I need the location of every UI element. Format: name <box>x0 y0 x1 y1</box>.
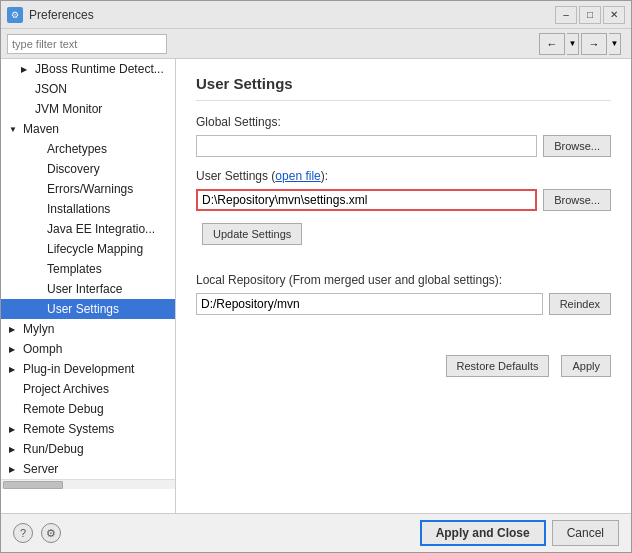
sidebar-item-label: Project Archives <box>23 382 109 396</box>
user-settings-label-text: User Settings ( <box>196 169 275 183</box>
sidebar-item-java-ee-integration[interactable]: Java EE Integratio... <box>1 219 175 239</box>
nav-back-button[interactable]: ← <box>539 33 565 55</box>
titlebar-buttons: – □ ✕ <box>555 6 625 24</box>
help-button[interactable]: ? <box>13 523 33 543</box>
sidebar-item-installations[interactable]: Installations <box>1 199 175 219</box>
chevron-icon: ▶ <box>9 325 19 334</box>
user-settings-label-end: ): <box>321 169 328 183</box>
sidebar-item-maven[interactable]: ▼ Maven <box>1 119 175 139</box>
user-settings-input[interactable] <box>196 189 537 211</box>
sidebar-item-label: Java EE Integratio... <box>47 222 155 236</box>
sidebar-item-label: JSON <box>35 82 67 96</box>
sidebar: ▶ JBoss Runtime Detect... JSON JVM Monit… <box>1 59 176 513</box>
local-repo-input[interactable] <box>196 293 543 315</box>
preferences-window: ⚙ Preferences – □ ✕ ← ▼ → ▼ ▶ JBoss Runt… <box>0 0 632 553</box>
sidebar-item-label: User Interface <box>47 282 122 296</box>
window-icon: ⚙ <box>7 7 23 23</box>
sidebar-item-jvm-monitor[interactable]: JVM Monitor <box>1 99 175 119</box>
scrollbar-thumb[interactable] <box>3 481 63 489</box>
nav-forward-button[interactable]: → <box>581 33 607 55</box>
sidebar-item-mylyn[interactable]: ▶ Mylyn <box>1 319 175 339</box>
content-title: User Settings <box>196 75 611 101</box>
sidebar-item-plugin-development[interactable]: ▶ Plug-in Development <box>1 359 175 379</box>
sidebar-item-server[interactable]: ▶ Server <box>1 459 175 479</box>
sidebar-item-label: Server <box>23 462 58 476</box>
apply-button[interactable]: Apply <box>561 355 611 377</box>
global-settings-input[interactable] <box>196 135 537 157</box>
sidebar-item-archetypes[interactable]: Archetypes <box>1 139 175 159</box>
sidebar-item-lifecycle-mapping[interactable]: Lifecycle Mapping <box>1 239 175 259</box>
sidebar-item-label: Mylyn <box>23 322 54 336</box>
cancel-button[interactable]: Cancel <box>552 520 619 546</box>
sidebar-item-templates[interactable]: Templates <box>1 259 175 279</box>
sidebar-item-label: Templates <box>47 262 102 276</box>
sidebar-item-label: Oomph <box>23 342 62 356</box>
sidebar-item-label: Installations <box>47 202 110 216</box>
sidebar-item-oomph[interactable]: ▶ Oomph <box>1 339 175 359</box>
user-settings-row: Browse... <box>196 189 611 211</box>
content-panel: User Settings Global Settings: Browse...… <box>176 59 631 513</box>
minimize-button[interactable]: – <box>555 6 577 24</box>
global-settings-label: Global Settings: <box>196 115 611 129</box>
sidebar-item-run-debug[interactable]: ▶ Run/Debug <box>1 439 175 459</box>
sidebar-item-user-interface[interactable]: User Interface <box>1 279 175 299</box>
titlebar: ⚙ Preferences – □ ✕ <box>1 1 631 29</box>
local-repo-row: Reindex <box>196 293 611 315</box>
chevron-icon: ▼ <box>9 125 19 134</box>
sidebar-item-discovery[interactable]: Discovery <box>1 159 175 179</box>
sidebar-item-label: User Settings <box>47 302 119 316</box>
sidebar-item-user-settings[interactable]: User Settings <box>1 299 175 319</box>
apply-and-close-button[interactable]: Apply and Close <box>420 520 546 546</box>
sidebar-item-label: Run/Debug <box>23 442 84 456</box>
nav-forward-dropdown[interactable]: ▼ <box>609 33 621 55</box>
nav-back-dropdown[interactable]: ▼ <box>567 33 579 55</box>
restore-defaults-button[interactable]: Restore Defaults <box>446 355 550 377</box>
sidebar-item-label: Archetypes <box>47 142 107 156</box>
sidebar-item-project-archives[interactable]: Project Archives <box>1 379 175 399</box>
close-button[interactable]: ✕ <box>603 6 625 24</box>
chevron-icon: ▶ <box>9 445 19 454</box>
sidebar-item-label: Maven <box>23 122 59 136</box>
sidebar-item-label: Remote Systems <box>23 422 114 436</box>
sidebar-scrollbar[interactable] <box>1 479 175 489</box>
chevron-icon: ▶ <box>9 365 19 374</box>
bottom-left: ? ⚙ <box>13 523 414 543</box>
sidebar-item-remote-debug[interactable]: Remote Debug <box>1 399 175 419</box>
help-icon: ? <box>20 527 26 539</box>
sidebar-item-label: Plug-in Development <box>23 362 134 376</box>
sidebar-item-label: Errors/Warnings <box>47 182 133 196</box>
sidebar-item-remote-systems[interactable]: ▶ Remote Systems <box>1 419 175 439</box>
maximize-button[interactable]: □ <box>579 6 601 24</box>
window-title: Preferences <box>29 8 555 22</box>
sidebar-item-label: JBoss Runtime Detect... <box>35 62 164 76</box>
settings-button[interactable]: ⚙ <box>41 523 61 543</box>
bottom-bar: ? ⚙ Apply and Close Cancel <box>1 513 631 552</box>
settings-icon: ⚙ <box>46 527 56 540</box>
browse-button-1[interactable]: Browse... <box>543 135 611 157</box>
chevron-icon: ▶ <box>9 465 19 474</box>
global-settings-row: Browse... <box>196 135 611 157</box>
update-settings-button[interactable]: Update Settings <box>202 223 302 245</box>
chevron-icon: ▶ <box>21 65 31 74</box>
user-settings-label-row: User Settings (open file): <box>196 169 611 183</box>
sidebar-item-label: Remote Debug <box>23 402 104 416</box>
open-file-link[interactable]: open file <box>275 169 320 183</box>
main-area: ▶ JBoss Runtime Detect... JSON JVM Monit… <box>1 59 631 513</box>
chevron-icon: ▶ <box>9 425 19 434</box>
sidebar-item-json[interactable]: JSON <box>1 79 175 99</box>
browse-button-2[interactable]: Browse... <box>543 189 611 211</box>
chevron-icon: ▶ <box>9 345 19 354</box>
sidebar-item-label: Lifecycle Mapping <box>47 242 143 256</box>
local-repo-label: Local Repository (From merged user and g… <box>196 273 611 287</box>
search-input[interactable] <box>7 34 167 54</box>
sidebar-item-jboss[interactable]: ▶ JBoss Runtime Detect... <box>1 59 175 79</box>
sidebar-item-label: Discovery <box>47 162 100 176</box>
reindex-button[interactable]: Reindex <box>549 293 611 315</box>
sidebar-item-errors-warnings[interactable]: Errors/Warnings <box>1 179 175 199</box>
sidebar-item-label: JVM Monitor <box>35 102 102 116</box>
update-settings-row: Update Settings <box>196 223 611 245</box>
